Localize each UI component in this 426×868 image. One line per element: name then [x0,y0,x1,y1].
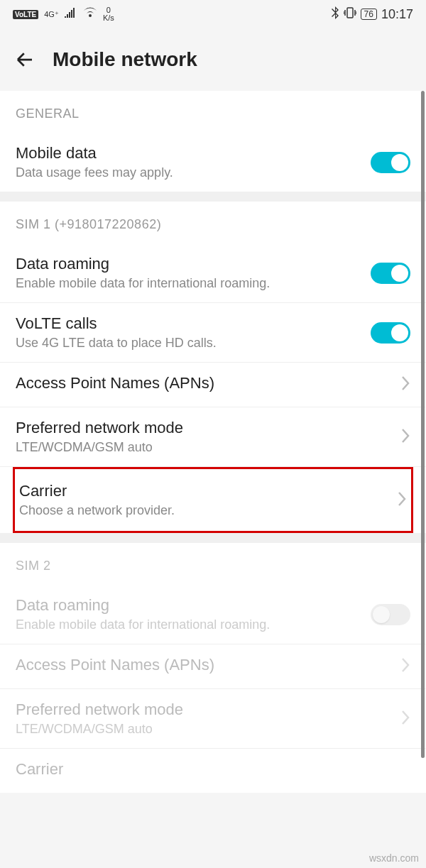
divider [0,533,426,543]
signal-type: 4G⁺ [44,11,59,18]
watermark: wsxdn.com [369,852,419,864]
status-bar: VoLTE 4G⁺ 0 K/s 76 10:17 [0,0,426,28]
row-sim1-apn[interactable]: Access Point Names (APNs) [0,363,426,407]
scrollbar[interactable] [421,91,425,758]
wifi-icon [83,7,97,21]
row-sim2-data-roaming: Data roaming Enable mobile data for inte… [0,585,426,644]
sim2-prefmode-title: Preferred network mode [16,701,400,719]
chevron-right-icon [400,375,410,394]
chevron-right-icon [400,657,410,676]
chevron-right-icon [400,428,410,446]
header: Mobile network [0,28,426,91]
clock: 10:17 [381,7,413,22]
mobile-data-toggle[interactable] [371,152,410,173]
status-left: VoLTE 4G⁺ 0 K/s [13,6,114,22]
sim1-carrier-title: Carrier [19,482,397,500]
volte-badge: VoLTE [13,10,38,19]
row-sim2-preferred-mode: Preferred network mode LTE/WCDMA/GSM aut… [0,689,426,749]
sim1-apn-title: Access Point Names (APNs) [16,374,400,392]
sim1-roaming-title: Data roaming [16,255,371,273]
chevron-right-icon [400,710,410,728]
section-sim1: SIM 1 (+918017220862) Data roaming Enabl… [0,202,426,533]
sim2-apn-title: Access Point Names (APNs) [16,656,400,674]
back-arrow-icon[interactable] [14,49,36,70]
row-sim1-data-roaming[interactable]: Data roaming Enable mobile data for inte… [0,243,426,303]
page-title: Mobile network [53,48,197,71]
sim1-roaming-toggle[interactable] [371,263,410,284]
highlighted-carrier: Carrier Choose a network provider. [13,467,413,533]
section-header-sim1: SIM 1 (+918017220862) [0,202,426,243]
battery-indicator: 76 [361,9,377,20]
sim2-roaming-title: Data roaming [16,596,371,615]
sim2-prefmode-sub: LTE/WCDMA/GSM auto [16,722,400,737]
section-header-sim2: SIM 2 [0,543,426,585]
sim1-roaming-sub: Enable mobile data for international roa… [16,276,371,291]
sim1-volte-title: VoLTE calls [16,314,371,333]
sim2-carrier-title: Carrier [16,760,410,779]
row-sim1-preferred-mode[interactable]: Preferred network mode LTE/WCDMA/GSM aut… [0,407,426,467]
sim1-prefmode-sub: LTE/WCDMA/GSM auto [16,440,400,455]
sim2-roaming-toggle [371,604,410,625]
section-sim2: SIM 2 Data roaming Enable mobile data fo… [0,543,426,793]
row-sim1-carrier[interactable]: Carrier Choose a network provider. [15,469,411,531]
net-speed: 0 K/s [103,6,114,22]
bluetooth-icon [331,6,339,22]
row-sim2-apn: Access Point Names (APNs) [0,644,426,689]
mobile-data-title: Mobile data [16,144,371,163]
divider [0,192,426,202]
vibrate-icon [344,7,356,21]
sim1-prefmode-title: Preferred network mode [16,419,400,437]
signal-icon [65,8,77,21]
row-sim1-volte[interactable]: VoLTE calls Use 4G LTE data to place HD … [0,303,426,363]
chevron-right-icon [397,491,407,510]
sim1-volte-toggle[interactable] [371,322,410,344]
sim2-roaming-sub: Enable mobile data for international roa… [16,617,371,632]
sim1-volte-sub: Use 4G LTE data to place HD calls. [16,336,371,351]
section-header-general: GENERAL [0,91,426,133]
mobile-data-sub: Data usage fees may apply. [16,165,371,180]
row-sim2-carrier: Carrier [0,749,426,793]
sim1-carrier-sub: Choose a network provider. [19,503,397,518]
row-mobile-data[interactable]: Mobile data Data usage fees may apply. [0,133,426,192]
status-right: 76 10:17 [331,6,413,22]
svg-rect-0 [347,8,353,18]
section-general: GENERAL Mobile data Data usage fees may … [0,91,426,192]
